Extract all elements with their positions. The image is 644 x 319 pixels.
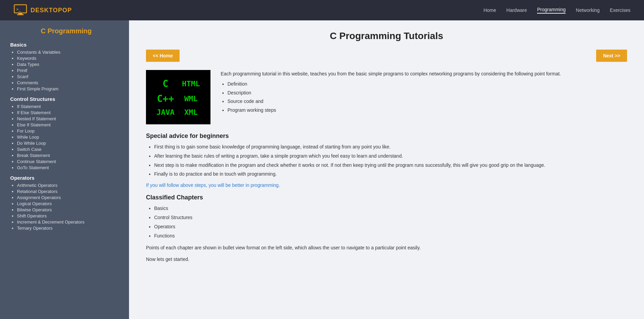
nav-programming[interactable]: Programming: [537, 7, 566, 14]
chapter-item: Basics: [154, 205, 627, 213]
logo-icon: >_: [14, 4, 27, 16]
code-image: C HTML C++ WML JAVA XML: [146, 70, 210, 124]
svg-rect-1: [18, 13, 22, 14]
lang-java: JAVA: [157, 108, 174, 117]
lang-xml: XML: [184, 108, 198, 117]
lang-wml: WML: [184, 94, 198, 103]
list-item[interactable]: Else If Statement: [17, 122, 122, 127]
special-advice-title: Special advice for beginners: [146, 132, 627, 140]
nav-buttons: << Home Next >>: [146, 50, 627, 62]
list-item[interactable]: Ternary Operators: [17, 226, 122, 231]
list-item[interactable]: Do While Loop: [17, 141, 122, 146]
sidebar-section-basics: Basics: [10, 42, 122, 48]
home-button[interactable]: << Home: [146, 50, 180, 62]
list-item[interactable]: Bitwise Operators: [17, 207, 122, 212]
list-item[interactable]: Arithmetic Operators: [17, 183, 122, 188]
logo-area: >_ DESKTOPOP: [14, 4, 72, 16]
chapters-note: Points of each chapter are shown in bull…: [146, 244, 627, 252]
list-item[interactable]: If Statement: [17, 104, 122, 109]
chapter-item: Operators: [154, 223, 627, 231]
nav-exercises[interactable]: Exercises: [610, 7, 630, 13]
list-item[interactable]: Data Types: [17, 62, 122, 67]
list-item[interactable]: Comments: [17, 80, 122, 85]
nav-home[interactable]: Home: [483, 7, 496, 13]
intro-section: C HTML C++ WML JAVA XML Each programming…: [146, 70, 627, 124]
list-item[interactable]: Nested If Statement: [17, 116, 122, 121]
sidebar-section-operators: Operators: [10, 175, 122, 181]
intro-paragraph: Each programming tutorial in this websit…: [221, 70, 627, 77]
intro-list-item: Source code and: [227, 98, 627, 105]
main-nav: Home Hardware Programming Networking Exe…: [483, 7, 630, 14]
advice-item: After learning the basic rules of writin…: [154, 152, 627, 160]
advice-item: Next step is to make modification in the…: [154, 161, 627, 170]
lang-c: C: [163, 78, 168, 89]
layout: C Programming Basics Constants & Variabl…: [0, 20, 644, 319]
sidebar: C Programming Basics Constants & Variabl…: [0, 20, 129, 319]
chapter-item: Functions: [154, 232, 627, 240]
intro-list-item: Definition: [227, 80, 627, 88]
list-item[interactable]: Constants & Variables: [17, 50, 122, 55]
sidebar-title: C Programming: [10, 27, 122, 35]
list-item[interactable]: If Else Statement: [17, 110, 122, 115]
nav-networking[interactable]: Networking: [576, 7, 600, 13]
intro-list-item: Description: [227, 89, 627, 96]
list-item[interactable]: Break Statement: [17, 153, 122, 158]
intro-text-block: Each programming tutorial in this websit…: [221, 70, 627, 115]
intro-list: Definition Description Source code and P…: [221, 80, 627, 114]
list-item[interactable]: Logical Operators: [17, 201, 122, 206]
list-item[interactable]: Switch Case: [17, 147, 122, 152]
chapter-item: Control Structures: [154, 214, 627, 222]
sidebar-control-list: If Statement If Else Statement Nested If…: [10, 104, 122, 170]
classified-title: Classified Chapters: [146, 194, 627, 201]
lang-html: HTML: [182, 79, 200, 88]
next-button[interactable]: Next >>: [596, 50, 627, 62]
sidebar-basics-list: Constants & Variables Keywords Data Type…: [10, 50, 122, 91]
header: >_ DESKTOPOP Home Hardware Programming N…: [0, 0, 644, 20]
list-item[interactable]: Shift Operators: [17, 213, 122, 218]
advice-list: First thing is to gain some basic knowle…: [146, 143, 627, 178]
list-item[interactable]: Printf: [17, 68, 122, 73]
sidebar-operators-list: Arithmetic Operators Relational Operator…: [10, 183, 122, 231]
list-item[interactable]: Relational Operators: [17, 189, 122, 194]
list-item[interactable]: Increment & Decrement Operators: [17, 219, 122, 225]
svg-text:>_: >_: [16, 7, 21, 12]
list-item[interactable]: GoTo Statement: [17, 165, 122, 170]
chapters-list: Basics Control Structures Operators Func…: [146, 205, 627, 240]
get-started: Now lets get started.: [146, 255, 627, 264]
list-item[interactable]: Continue Statement: [17, 159, 122, 164]
list-item[interactable]: Keywords: [17, 56, 122, 61]
list-item[interactable]: For Loop: [17, 128, 122, 134]
advice-item: First thing is to gain some basic knowle…: [154, 143, 627, 151]
follow-text: If you will follow above steps, you will…: [146, 182, 627, 188]
intro-list-item: Program working steps: [227, 106, 627, 114]
list-item[interactable]: While Loop: [17, 135, 122, 140]
main-content: C Programming Tutorials << Home Next >> …: [129, 20, 644, 319]
nav-hardware[interactable]: Hardware: [507, 7, 527, 13]
sidebar-section-control: Control Structures: [10, 96, 122, 102]
svg-rect-2: [17, 14, 24, 15]
advice-item: Finally is to do practice and be in touc…: [154, 170, 627, 178]
page-title: C Programming Tutorials: [146, 31, 627, 41]
list-item[interactable]: First Simple Program: [17, 86, 122, 91]
list-item[interactable]: Scanf: [17, 74, 122, 79]
list-item[interactable]: Assignment Operators: [17, 195, 122, 200]
lang-cpp: C++: [157, 93, 174, 104]
logo-text: DESKTOPOP: [31, 7, 72, 14]
